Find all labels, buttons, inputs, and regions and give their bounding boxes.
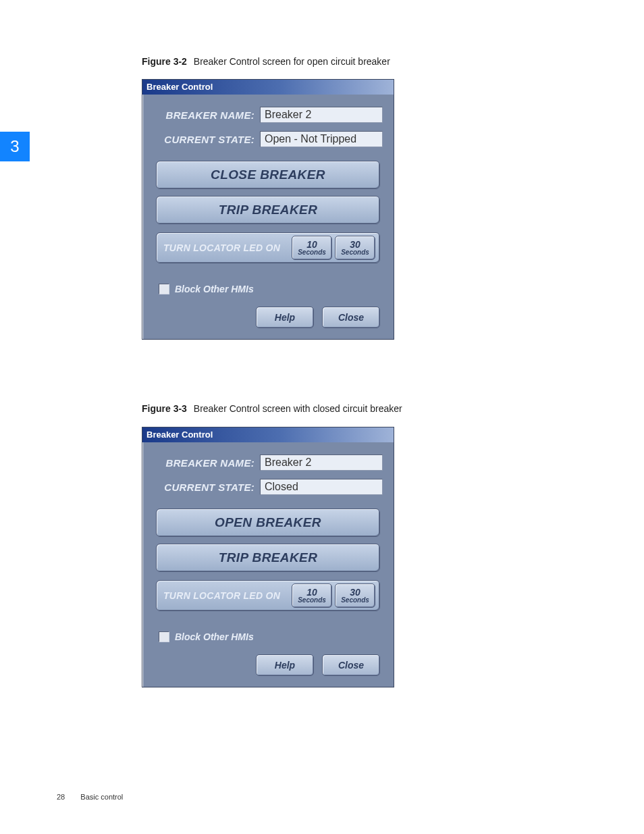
trip-breaker-button[interactable]: TRIP BREAKER bbox=[156, 196, 380, 224]
locator-led-label: TURN LOCATOR LED ON bbox=[161, 242, 289, 253]
locator-10s-unit: Seconds bbox=[292, 249, 331, 257]
locator-10s-unit: Seconds bbox=[292, 597, 331, 604]
trip-breaker-button[interactable]: TRIP BREAKER bbox=[156, 544, 380, 572]
locator-30s-button[interactable]: 30 Seconds bbox=[335, 236, 375, 260]
section-title: Basic control bbox=[80, 793, 123, 801]
breaker-name-label: BREAKER NAME: bbox=[153, 109, 260, 121]
close-button[interactable]: Close bbox=[322, 307, 380, 328]
current-state-field: Closed bbox=[260, 479, 383, 495]
open-breaker-button[interactable]: OPEN BREAKER bbox=[156, 509, 380, 537]
breaker-name-row: BREAKER NAME: Breaker 2 bbox=[153, 107, 383, 123]
block-hmis-checkbox[interactable] bbox=[159, 284, 169, 294]
breaker-control-dialog-open: Breaker Control BREAKER NAME: Breaker 2 … bbox=[142, 79, 394, 340]
locator-30s-unit: Seconds bbox=[336, 597, 375, 604]
dialog-body: BREAKER NAME: Breaker 2 CURRENT STATE: C… bbox=[142, 442, 394, 687]
chapter-tab: 3 bbox=[0, 132, 30, 161]
document-page: 3 Figure 3-2 Breaker Control screen for … bbox=[0, 0, 644, 834]
current-state-label: CURRENT STATE: bbox=[153, 134, 260, 145]
current-state-row: CURRENT STATE: Closed bbox=[153, 479, 383, 495]
close-breaker-button[interactable]: CLOSE BREAKER bbox=[156, 161, 380, 189]
breaker-name-label: BREAKER NAME: bbox=[153, 457, 260, 469]
page-footer: 28 Basic control bbox=[57, 793, 123, 801]
locator-10s-button[interactable]: 10 Seconds bbox=[292, 236, 332, 260]
help-button[interactable]: Help bbox=[256, 307, 314, 328]
current-state-field: Open - Not Tripped bbox=[260, 131, 383, 147]
block-hmis-row: Block Other HMIs bbox=[159, 284, 387, 294]
close-button[interactable]: Close bbox=[322, 654, 380, 676]
help-button[interactable]: Help bbox=[256, 654, 314, 676]
breaker-name-field: Breaker 2 bbox=[260, 107, 383, 123]
breaker-name-field: Breaker 2 bbox=[260, 454, 383, 471]
page-number: 28 bbox=[57, 793, 65, 801]
locator-led-label: TURN LOCATOR LED ON bbox=[161, 590, 289, 601]
block-hmis-row: Block Other HMIs bbox=[159, 631, 387, 642]
figure-label: Figure 3-2 bbox=[142, 56, 187, 67]
breaker-control-dialog-closed: Breaker Control BREAKER NAME: Breaker 2 … bbox=[142, 427, 394, 687]
figure-text: Breaker Control screen for open circuit … bbox=[194, 56, 390, 67]
figure-caption-2: Figure 3-3 Breaker Control screen with c… bbox=[142, 403, 402, 414]
block-hmis-checkbox[interactable] bbox=[159, 631, 169, 642]
dialog-titlebar: Breaker Control bbox=[142, 427, 394, 442]
locator-10s-button[interactable]: 10 Seconds bbox=[292, 583, 332, 608]
locator-30s-button[interactable]: 30 Seconds bbox=[335, 583, 375, 608]
figure-text: Breaker Control screen with closed circu… bbox=[194, 403, 402, 414]
dialog-bottom-row: Help Close bbox=[156, 307, 380, 328]
dialog-titlebar: Breaker Control bbox=[142, 80, 394, 95]
breaker-name-row: BREAKER NAME: Breaker 2 bbox=[153, 454, 383, 471]
figure-caption-1: Figure 3-2 Breaker Control screen for op… bbox=[142, 56, 390, 67]
block-hmis-label: Block Other HMIs bbox=[175, 284, 254, 294]
dialog-body: BREAKER NAME: Breaker 2 CURRENT STATE: O… bbox=[142, 95, 394, 339]
current-state-row: CURRENT STATE: Open - Not Tripped bbox=[153, 131, 383, 147]
figure-label: Figure 3-3 bbox=[142, 403, 187, 414]
locator-30s-unit: Seconds bbox=[336, 249, 375, 257]
current-state-label: CURRENT STATE: bbox=[153, 481, 260, 493]
locator-led-row: TURN LOCATOR LED ON 10 Seconds 30 Second… bbox=[156, 232, 380, 263]
block-hmis-label: Block Other HMIs bbox=[175, 631, 254, 642]
dialog-bottom-row: Help Close bbox=[156, 654, 380, 676]
locator-led-row: TURN LOCATOR LED ON 10 Seconds 30 Second… bbox=[156, 580, 380, 611]
